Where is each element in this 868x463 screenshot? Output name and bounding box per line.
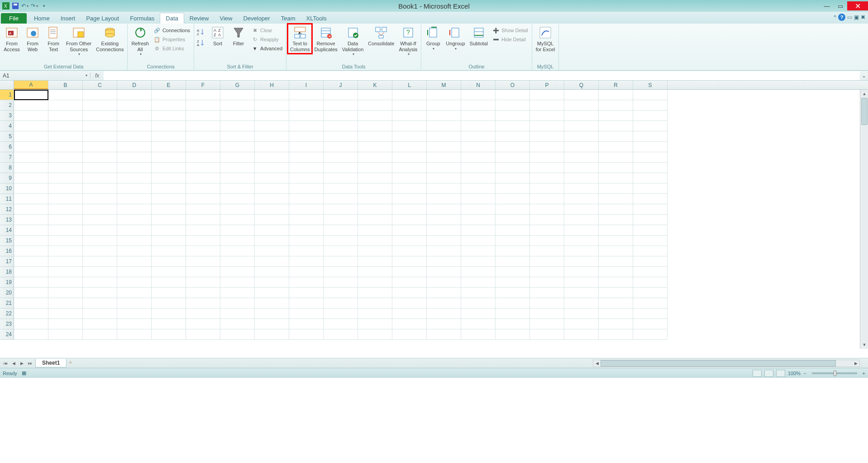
cell[interactable]	[14, 267, 48, 277]
cell[interactable]	[220, 329, 255, 340]
redo-button[interactable]: ↷▾	[30, 2, 38, 10]
cell[interactable]	[48, 131, 83, 142]
cell[interactable]	[564, 246, 599, 256]
cell[interactable]	[48, 236, 83, 246]
cell[interactable]	[530, 277, 564, 288]
cell[interactable]	[220, 256, 255, 267]
cell[interactable]	[633, 121, 668, 131]
cell[interactable]	[14, 121, 48, 131]
cell[interactable]	[152, 121, 186, 131]
cell[interactable]	[358, 288, 392, 298]
cell[interactable]	[530, 142, 564, 152]
cell[interactable]	[461, 152, 496, 163]
cell[interactable]	[48, 215, 83, 225]
cell[interactable]	[358, 173, 392, 183]
cell[interactable]	[289, 319, 324, 329]
cell[interactable]	[392, 256, 427, 267]
cell[interactable]	[599, 309, 633, 319]
cell[interactable]	[48, 329, 83, 340]
cell[interactable]	[427, 236, 461, 246]
cell[interactable]	[358, 152, 392, 163]
cell[interactable]	[633, 131, 668, 142]
cell[interactable]	[117, 194, 152, 204]
cell[interactable]	[48, 111, 83, 121]
ungroup-button[interactable]: Ungroup▾	[444, 24, 467, 52]
cell[interactable]	[83, 256, 117, 267]
cell[interactable]	[427, 131, 461, 142]
cell[interactable]	[633, 173, 668, 183]
cell[interactable]	[633, 309, 668, 319]
cell[interactable]	[255, 100, 289, 111]
cell[interactable]	[427, 215, 461, 225]
row-header[interactable]: 22	[0, 309, 14, 319]
cell[interactable]	[427, 288, 461, 298]
cell[interactable]	[48, 309, 83, 319]
cell[interactable]	[392, 121, 427, 131]
cell[interactable]	[358, 319, 392, 329]
cell[interactable]	[564, 194, 599, 204]
cell[interactable]	[324, 329, 358, 340]
column-header[interactable]: O	[496, 81, 530, 89]
edit-links-button[interactable]: ⚙Edit Links	[152, 44, 192, 53]
cell[interactable]	[83, 298, 117, 309]
row-header[interactable]: 24	[0, 329, 14, 340]
cell[interactable]	[530, 246, 564, 256]
cell[interactable]	[530, 236, 564, 246]
cell[interactable]	[48, 267, 83, 277]
scroll-thumb[interactable]	[861, 98, 868, 125]
cell[interactable]	[220, 288, 255, 298]
cell[interactable]	[392, 194, 427, 204]
cell[interactable]	[427, 121, 461, 131]
cell[interactable]	[255, 246, 289, 256]
cell[interactable]	[530, 288, 564, 298]
cell[interactable]	[324, 204, 358, 215]
cell[interactable]	[152, 173, 186, 183]
cell[interactable]	[117, 121, 152, 131]
cell[interactable]	[14, 215, 48, 225]
cell[interactable]	[255, 319, 289, 329]
cell[interactable]	[496, 194, 530, 204]
cell[interactable]	[358, 163, 392, 173]
cell[interactable]	[117, 246, 152, 256]
cell[interactable]	[461, 183, 496, 194]
cell[interactable]	[14, 90, 48, 100]
cell[interactable]	[358, 256, 392, 267]
sort-button[interactable]: AZZASort	[208, 24, 228, 48]
cell[interactable]	[564, 100, 599, 111]
advanced-filter-button[interactable]: ▼Advanced	[249, 44, 284, 53]
macro-record-icon[interactable]: ▦	[22, 370, 26, 376]
row-header[interactable]: 2	[0, 100, 14, 111]
cell[interactable]	[152, 246, 186, 256]
cell[interactable]	[392, 246, 427, 256]
cell[interactable]	[255, 121, 289, 131]
cell[interactable]	[599, 142, 633, 152]
cell[interactable]	[427, 225, 461, 236]
cell[interactable]	[496, 288, 530, 298]
cell[interactable]	[83, 111, 117, 121]
sheet-nav-next[interactable]: ▶	[18, 360, 25, 367]
cell[interactable]	[392, 131, 427, 142]
cell[interactable]	[530, 183, 564, 194]
cell[interactable]	[220, 277, 255, 288]
column-header[interactable]: D	[117, 81, 152, 89]
cell[interactable]	[289, 298, 324, 309]
cell[interactable]	[599, 183, 633, 194]
cell[interactable]	[14, 163, 48, 173]
cell[interactable]	[14, 142, 48, 152]
mysql-for-excel-button[interactable]: MySQL for Excel	[534, 24, 557, 53]
row-header[interactable]: 19	[0, 277, 14, 288]
cell[interactable]	[633, 236, 668, 246]
cell[interactable]	[289, 256, 324, 267]
cell[interactable]	[83, 225, 117, 236]
vertical-scrollbar[interactable]: ▲ ▼	[860, 90, 868, 349]
cell[interactable]	[117, 183, 152, 194]
cell[interactable]	[186, 309, 220, 319]
cell[interactable]	[496, 236, 530, 246]
cell[interactable]	[152, 131, 186, 142]
cell[interactable]	[289, 152, 324, 163]
cell[interactable]	[564, 142, 599, 152]
subtotal-button[interactable]: Subtotal	[468, 24, 490, 48]
cell[interactable]	[599, 215, 633, 225]
cell[interactable]	[324, 142, 358, 152]
spreadsheet-grid[interactable]: 123456789101112131415161718192021222324 …	[0, 90, 868, 358]
